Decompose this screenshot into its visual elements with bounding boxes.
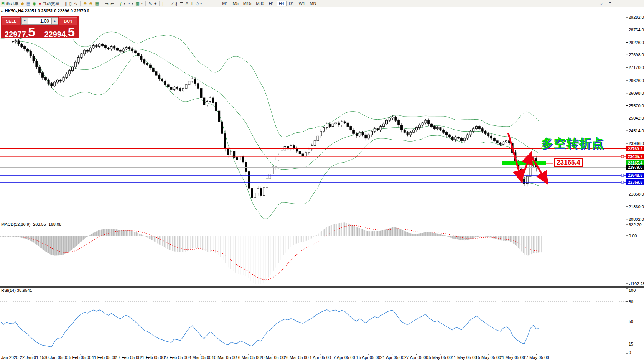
date-tick-label[interactable]: 5 Jan 2020 [0,355,18,360]
trend-arrow[interactable] [508,133,521,179]
macd-panel[interactable] [1,222,541,284]
candle-body [380,127,382,130]
candle-body [425,120,427,123]
level-price-label: 22648.8 [628,173,642,178]
date-tick-label[interactable]: 21 Apr 05:00 [380,355,404,360]
candle-body [92,45,94,48]
candle-body [356,133,358,136]
candle-body [433,127,435,129]
volume-input[interactable]: 1.00 [28,17,51,25]
candle-body [117,48,119,50]
one-click-trading-panel: SELL ▼ 1.00 ▲ BUY 22977.5 22994.5 [1,16,79,38]
candle-body [191,79,193,81]
candle-body [263,187,265,196]
date-tick-label[interactable]: 21 May 05:00 [499,355,525,360]
level-price-label: 23165.4 [628,161,642,165]
highlight-zone-rect[interactable] [502,161,546,165]
price-callout-label[interactable]: 23165.4 [554,158,583,167]
date-tick-label[interactable]: 26 Mar 05:00 [284,355,309,360]
candle-body [275,160,277,167]
candle-body [132,49,133,51]
level-line-handle[interactable] [621,155,624,158]
candle-body [458,137,460,138]
level-line-handle[interactable] [621,174,624,176]
date-tick-label[interactable]: 27 Feb 05:00 [164,355,189,360]
candle-body [33,56,35,61]
candle-body [173,87,175,89]
candle-body [383,124,385,126]
buy-button[interactable]: BUY [59,17,77,25]
sell-price-main: 22977 [5,31,26,38]
candle-body [335,123,337,124]
price-tick-label: 28754.0 [629,28,644,32]
candle-body [218,111,220,122]
date-tick-label[interactable]: 7 Apr 05:00 [333,355,355,360]
date-tick-label[interactable]: 5 May 05:00 [429,355,452,360]
sell-button[interactable]: SELL [2,17,20,25]
candle-body [407,132,408,135]
one-click-collapse-icon[interactable]: ▴ [1,9,3,12]
candle-body [236,157,238,160]
date-tick-label[interactable]: 15 Apr 05:00 [356,355,380,360]
date-tick-label[interactable]: 20 Mar 05:00 [260,355,285,360]
date-tick-label[interactable]: 16 Mar 05:00 [236,355,261,360]
candle-body [149,65,151,68]
candle-body [104,45,106,48]
price-tick-label: 25570.0 [629,104,644,108]
price-tick-label: 26626.0 [629,78,644,83]
candle-body [30,51,31,56]
buy-price[interactable]: 22994.5 [44,27,75,38]
candle-body [66,74,68,77]
trend-arrow[interactable] [530,155,546,181]
chart-title-text: HK50-,H4 23051.0 23051.0 22896.0 22979.0 [5,8,89,13]
candle-body [158,75,160,79]
candle-body [338,123,340,125]
candle-body [206,101,208,105]
date-tick-label[interactable]: 5 Feb 05:00 [69,355,91,360]
rsi-panel[interactable] [0,302,626,347]
candle-body [102,44,104,45]
candle-body [239,156,241,160]
candle-body [203,98,205,105]
candle-body [176,87,178,88]
candle-body [404,130,405,132]
chart-ohlc-title: ▴ HK50-,H4 23051.0 23051.0 22896.0 22979… [1,8,89,13]
candle-body [476,127,478,129]
candle-body [170,87,172,89]
date-tick-label[interactable]: 30 Jan 05:00 [44,355,68,360]
volume-increase-button[interactable]: ▲ [51,17,58,25]
date-tick-label[interactable]: 11 May 05:00 [451,355,477,360]
candle-body [392,117,394,118]
candle-body [224,133,226,148]
volume-decrease-button[interactable]: ▼ [21,17,28,25]
date-tick-label[interactable]: 21 Feb 05:00 [140,355,165,360]
candle-body [350,127,352,130]
date-tick-label[interactable]: 10 Mar 05:00 [212,355,237,360]
candle-body [54,82,56,86]
turning-point-annotation[interactable]: 多空转折点 [541,135,604,151]
candle-body [27,49,29,51]
mt-terminal-window: ⊞ 新订单 ◆ ▤ ◉ ● 自动交易 ∥ ▯ ∿ ⊕ ⊖ ▦ ⇥ ⇤ ƒ ▾ [0,0,644,362]
date-tick-label[interactable]: 4 Mar 05:00 [189,355,211,360]
candle-body [122,49,124,51]
date-tick-label[interactable]: 11 Feb 05:00 [92,355,116,360]
candle-body [499,143,501,144]
date-tick-label[interactable]: 15 May 05:00 [476,355,501,360]
date-tick-label[interactable]: 22 Jan 01:15 [20,355,44,360]
main-chart-panel[interactable] [1,23,540,219]
date-tick-label[interactable]: 27 May 05:00 [524,355,549,360]
chart-canvas[interactable]: 29282.028754.028226.027698.027170.026626… [0,0,644,362]
date-tick-label[interactable]: 17 Feb 05:00 [116,355,141,360]
price-tick-label: 27170.0 [629,65,644,70]
date-tick-label[interactable]: 27 Apr 05:00 [404,355,428,360]
price-tick-label: 29282.0 [629,15,644,20]
candle-body [488,133,489,136]
date-tick-label[interactable]: 1 Apr 05:00 [310,355,331,360]
candle-body [401,125,403,130]
candle-body [63,77,64,81]
sell-price[interactable]: 22977.5 [5,27,35,38]
candle-body [215,102,217,111]
candle-body [137,53,139,56]
level-line-handle[interactable] [621,181,624,183]
candle-body [395,117,397,120]
